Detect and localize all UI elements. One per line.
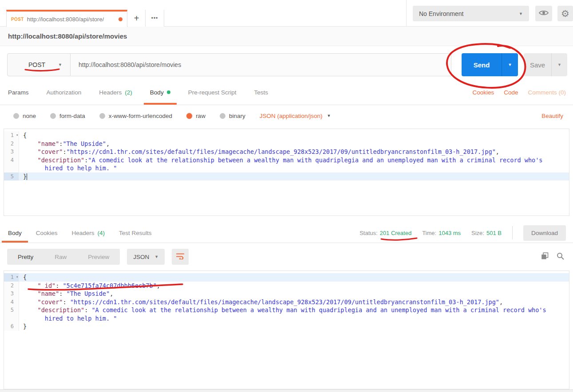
- url-input[interactable]: [71, 53, 451, 76]
- tab-label: Authorization: [47, 89, 82, 96]
- line-number: 3: [4, 148, 19, 156]
- beautify-link[interactable]: Beautify: [541, 113, 563, 119]
- body-mode-raw[interactable]: raw: [186, 113, 205, 119]
- response-view-preview[interactable]: Preview: [77, 254, 120, 260]
- copy-button[interactable]: [541, 252, 549, 262]
- tab-label: Tests: [254, 89, 268, 96]
- body-mode-none[interactable]: none: [13, 113, 36, 119]
- response-tab-test-results[interactable]: Test Results: [119, 223, 152, 243]
- code-link[interactable]: Code: [504, 89, 518, 96]
- body-mode-radios: noneform-datax-www-form-urlencodedrawbin…: [13, 113, 245, 119]
- body-mode-label: binary: [229, 113, 245, 119]
- environment-selector[interactable]: No Environment ▼: [413, 6, 529, 21]
- text-cursor: [27, 173, 27, 180]
- wrap-lines-button[interactable]: [172, 249, 189, 265]
- code-text: "cover":"https://cdn1.thr.com/sites/defa…: [19, 148, 569, 156]
- line-number: 3: [4, 290, 19, 298]
- request-tab-headers[interactable]: Headers(2): [99, 80, 132, 105]
- comments-link[interactable]: Comments (0): [528, 89, 566, 96]
- request-tab-params[interactable]: Params: [8, 80, 29, 105]
- response-body-editor[interactable]: 1▾{2 "_id": "5c4e715fa74c07dbbb6ecb7b",3…: [4, 270, 569, 389]
- method-dropdown[interactable]: POST ▼: [7, 53, 71, 76]
- code-text: "name":"The Upside",: [19, 140, 569, 148]
- send-options-caret[interactable]: ▼: [502, 53, 518, 76]
- response-tab-body[interactable]: Body: [8, 223, 22, 243]
- body-set-indicator-dot: [167, 90, 170, 94]
- line-number: 1▾: [4, 273, 19, 282]
- request-tab-active[interactable]: POST http://localhost:8080/api/store/: [6, 10, 127, 27]
- postman-window: POST http://localhost:8080/api/store/ + …: [0, 0, 573, 392]
- new-tab-button[interactable]: +: [128, 10, 146, 27]
- tab-label: Test Results: [119, 230, 152, 236]
- save-button-label[interactable]: Save: [524, 53, 551, 76]
- time-value: 1043 ms: [439, 230, 461, 236]
- code-text: hired to help him. ": [19, 164, 569, 172]
- request-tab-tests[interactable]: Tests: [254, 80, 268, 105]
- environment-quick-look-button[interactable]: [535, 6, 552, 21]
- search-icon: [557, 252, 564, 262]
- code-line: 6}: [4, 322, 569, 331]
- response-tab-headers[interactable]: Headers(4): [72, 223, 105, 243]
- cookies-link[interactable]: Cookies: [472, 89, 494, 96]
- code-line: 1▾{: [4, 131, 569, 140]
- code-line: 2 "name":"The Upside",: [4, 140, 569, 148]
- tab-count-badge: (4): [98, 230, 105, 236]
- request-tab-authorization[interactable]: Authorization: [47, 80, 82, 105]
- body-mode-x-www-form-urlencoded[interactable]: x-www-form-urlencoded: [99, 113, 172, 119]
- code-text: {: [19, 273, 569, 282]
- radio-icon[interactable]: [50, 113, 56, 119]
- tab-method-badge: POST: [11, 17, 24, 22]
- response-format-dropdown[interactable]: JSON ▼: [127, 249, 165, 265]
- time-badge: Time: 1043 ms: [422, 230, 461, 236]
- body-mode-label: none: [23, 113, 36, 119]
- radio-icon[interactable]: [99, 113, 105, 119]
- code-text: "cover": "https://cdn1.thr.com/sites/def…: [19, 298, 569, 306]
- code-text: {: [19, 131, 569, 140]
- save-options-caret[interactable]: ▼: [552, 53, 567, 76]
- code-line: 1▾{: [4, 273, 569, 282]
- code-line: 5}: [4, 172, 569, 181]
- meta-divider: [512, 226, 513, 239]
- send-button[interactable]: Send ▼: [462, 53, 518, 76]
- bottom-strip: [0, 389, 573, 392]
- request-tab-body[interactable]: Body: [150, 80, 170, 105]
- fold-toggle-icon[interactable]: ▾: [16, 273, 18, 282]
- radio-icon[interactable]: [186, 113, 192, 119]
- size-value: 501 B: [486, 230, 502, 236]
- code-text: }: [19, 172, 569, 181]
- line-number: 2: [4, 282, 19, 290]
- fold-toggle-icon[interactable]: ▾: [16, 131, 18, 140]
- code-text: }: [19, 322, 569, 331]
- settings-button[interactable]: ⚙: [557, 6, 573, 21]
- code-text: hired to help him. ": [19, 314, 569, 323]
- code-line: 3 "name": "The Upside",: [4, 290, 569, 298]
- response-view-raw[interactable]: Raw: [44, 254, 77, 260]
- save-button[interactable]: Save ▼: [524, 53, 567, 76]
- body-mode-binary[interactable]: binary: [220, 113, 245, 119]
- response-tab-cookies[interactable]: Cookies: [36, 223, 58, 243]
- code-text: "_id": "5c4e715fa74c07dbbb6ecb7b",: [19, 282, 569, 290]
- radio-icon[interactable]: [220, 113, 225, 119]
- request-title-url: http://localhost:8080/api/store/movies: [8, 32, 127, 40]
- tab-options-button[interactable]: •••: [146, 10, 164, 27]
- content-type-dropdown[interactable]: JSON (application/json) ▼: [260, 113, 331, 119]
- size-badge: Size: 501 B: [471, 230, 502, 236]
- status-label: Status:: [360, 230, 377, 236]
- code-text: "name": "The Upside",: [19, 290, 569, 298]
- code-line: 5 "description": "A comedic look at the …: [4, 306, 569, 314]
- radio-icon[interactable]: [13, 113, 19, 119]
- search-button[interactable]: [557, 252, 564, 262]
- code-line: 3 "cover":"https://cdn1.thr.com/sites/de…: [4, 148, 569, 156]
- line-number: 6: [4, 322, 19, 331]
- send-button-label[interactable]: Send: [462, 53, 502, 76]
- body-mode-form-data[interactable]: form-data: [50, 113, 85, 119]
- tab-label: Body: [150, 89, 164, 96]
- request-links: Cookies Code Comments (0): [472, 80, 566, 105]
- request-tab-pre-request-script[interactable]: Pre-request Script: [188, 80, 237, 105]
- request-body-editor[interactable]: 1▾{2 "name":"The Upside",3 "cover":"http…: [4, 129, 569, 216]
- response-view-pretty[interactable]: Pretty: [7, 254, 44, 260]
- tab-url-label: http://localhost:8080/api/store/: [27, 16, 104, 23]
- response-view-toolbar: PrettyRawPreview JSON ▼: [0, 247, 573, 267]
- status-value: 201 Created: [380, 230, 412, 236]
- download-button[interactable]: Download: [523, 225, 566, 241]
